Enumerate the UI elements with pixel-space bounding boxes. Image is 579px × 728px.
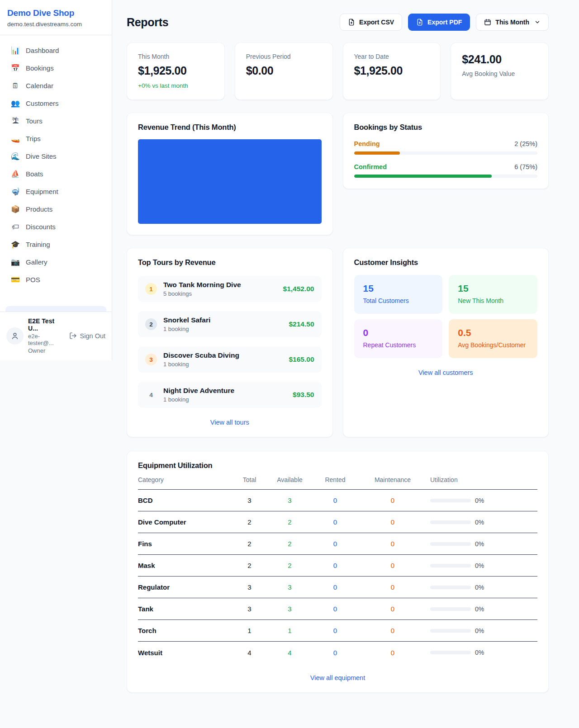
equipment-utilization-cell: 0% bbox=[426, 490, 537, 511]
equipment-available: 2 bbox=[269, 511, 311, 533]
stat-label: Avg Booking Value bbox=[462, 70, 537, 77]
customer-insights-card: Customer Insights 15 Total Customers 15 … bbox=[343, 248, 549, 437]
customers-icon: 👥 bbox=[11, 100, 20, 107]
tours-icon: 🏝 bbox=[11, 118, 20, 125]
utilization-percent: 0% bbox=[475, 540, 484, 548]
equipment-rented: 0 bbox=[311, 511, 360, 533]
sidebar-item-customers[interactable]: 👥 Customers bbox=[5, 95, 106, 112]
rank-badge: 4 bbox=[145, 389, 157, 401]
equipment-total: 2 bbox=[230, 555, 269, 577]
tour-revenue: $214.50 bbox=[289, 320, 314, 328]
tile-total-customers: 15 Total Customers bbox=[354, 275, 443, 314]
sidebar-item-discounts[interactable]: 🏷 Discounts bbox=[5, 218, 106, 236]
export-csv-button[interactable]: Export CSV bbox=[340, 14, 402, 31]
tile-value: 15 bbox=[458, 283, 528, 294]
equipment-utilization-cell: 0% bbox=[426, 555, 537, 577]
period-label: This Month bbox=[495, 19, 529, 26]
utilization-percent: 0% bbox=[475, 605, 484, 613]
sidebar-item-label: Calendar bbox=[26, 82, 53, 90]
gallery-icon: 📷 bbox=[11, 259, 20, 266]
top-tours-card: Top Tours by Revenue 1 Two Tank Morning … bbox=[127, 248, 333, 437]
revenue-trend-chart bbox=[138, 139, 322, 224]
equipment-maintenance: 0 bbox=[360, 577, 426, 598]
equipment-rented: 0 bbox=[311, 577, 360, 598]
sidebar-item-label: Customers bbox=[26, 99, 59, 107]
equipment-category: Wetsuit bbox=[138, 642, 230, 663]
sidebar-header: Demo Dive Shop demo.test.divestreams.com bbox=[0, 0, 112, 35]
tile-value: 0 bbox=[363, 327, 434, 338]
tour-bookings: 1 booking bbox=[163, 361, 282, 368]
equipment-available: 3 bbox=[269, 598, 311, 620]
equipment-category: Mask bbox=[138, 555, 230, 577]
equipment-utilization-cell: 0% bbox=[426, 620, 537, 642]
tour-bookings: 1 booking bbox=[163, 326, 282, 332]
sidebar-item-boats[interactable]: ⛵ Boats bbox=[5, 165, 106, 183]
insight-tiles: 15 Total Customers 15 New This Month 0 R… bbox=[354, 275, 538, 358]
equipment-total: 2 bbox=[230, 511, 269, 533]
calendar-icon bbox=[484, 19, 491, 26]
view-all-tours-link[interactable]: View all tours bbox=[138, 419, 322, 426]
tile-new-this-month: 15 New This Month bbox=[449, 275, 537, 314]
stat-value: $1,925.00 bbox=[138, 64, 214, 77]
stat-card-this-month: This Month $1,925.00 +0% vs last month bbox=[127, 43, 225, 100]
sidebar-item-training[interactable]: 🎓 Training bbox=[5, 236, 106, 253]
chevron-down-icon bbox=[534, 19, 541, 25]
sidebar-item-bookings[interactable]: 📅 Bookings bbox=[5, 59, 106, 77]
sidebar-item-tours[interactable]: 🏝 Tours bbox=[5, 112, 106, 130]
utilization-percent: 0% bbox=[475, 627, 484, 634]
tile-repeat-customers: 0 Repeat Customers bbox=[354, 319, 443, 358]
utilization-bar bbox=[430, 607, 471, 611]
sidebar-item-label: Training bbox=[26, 241, 50, 248]
sign-out-button[interactable]: Sign Out bbox=[69, 332, 105, 340]
status-row-confirmed: Confirmed 6 (75%) bbox=[354, 163, 538, 178]
sidebar-item-calendar[interactable]: 🗓 Calendar bbox=[5, 77, 106, 95]
charts-row: Revenue Trend (This Month) Bookings by S… bbox=[127, 113, 549, 235]
sidebar-item-label: POS bbox=[26, 276, 40, 284]
sidebar-item-dashboard[interactable]: 📊 Dashboard bbox=[5, 42, 106, 59]
rank-badge: 2 bbox=[145, 318, 157, 330]
period-dropdown[interactable]: This Month bbox=[476, 14, 549, 31]
view-all-equipment-link[interactable]: View all equipment bbox=[138, 674, 537, 681]
equipment-total: 3 bbox=[230, 577, 269, 598]
discounts-icon: 🏷 bbox=[11, 223, 20, 231]
tour-row[interactable]: 3 Discover Scuba Diving 1 booking $165.0… bbox=[138, 346, 322, 373]
stat-value: $0.00 bbox=[246, 64, 322, 77]
active-nav-item-partial[interactable] bbox=[5, 306, 106, 312]
tour-row[interactable]: 4 Night Dive Adventure 1 booking $93.50 bbox=[138, 382, 322, 408]
utilization-bar bbox=[430, 499, 471, 502]
sidebar-item-pos[interactable]: 💳 POS bbox=[5, 271, 106, 288]
stat-label: Year to Date bbox=[354, 53, 430, 60]
header-actions: Export CSV Export PDF This Month bbox=[340, 14, 549, 31]
equipment-available: 3 bbox=[269, 577, 311, 598]
column-header-total: Total bbox=[230, 470, 269, 490]
export-pdf-button[interactable]: Export PDF bbox=[408, 14, 470, 31]
sidebar-item-trips[interactable]: 🚤 Trips bbox=[5, 130, 106, 147]
sidebar-item-label: Gallery bbox=[26, 258, 47, 266]
status-row-pending: Pending 2 (25%) bbox=[354, 140, 538, 155]
sidebar-item-label: Equipment bbox=[26, 188, 58, 195]
sign-out-label: Sign Out bbox=[80, 332, 105, 340]
progress-fill bbox=[354, 175, 492, 178]
equipment-category: Torch bbox=[138, 620, 230, 642]
user-email: e2e-tester@... bbox=[28, 333, 65, 346]
equipment-available: 2 bbox=[269, 555, 311, 577]
sidebar-item-dive-sites[interactable]: 🌊 Dive Sites bbox=[5, 147, 106, 165]
export-csv-label: Export CSV bbox=[359, 19, 394, 26]
tour-row[interactable]: 2 Snorkel Safari 1 booking $214.50 bbox=[138, 311, 322, 337]
tour-row[interactable]: 1 Two Tank Morning Dive 5 bookings $1,45… bbox=[138, 276, 322, 302]
tile-avg-bookings-customer: 0.5 Avg Bookings/Customer bbox=[449, 319, 537, 358]
sidebar-item-products[interactable]: 📦 Products bbox=[5, 200, 106, 218]
stat-label: Previous Period bbox=[246, 53, 322, 60]
products-icon: 📦 bbox=[11, 206, 20, 213]
equipment-category: Regulator bbox=[138, 577, 230, 598]
utilization-bar bbox=[430, 586, 471, 589]
sidebar-item-equipment[interactable]: 🤿 Equipment bbox=[5, 183, 106, 200]
sidebar-nav: 📊 Dashboard 📅 Bookings 🗓 Calendar 👥 Cust… bbox=[0, 35, 112, 312]
equipment-maintenance: 0 bbox=[360, 555, 426, 577]
sidebar-item-gallery[interactable]: 📷 Gallery bbox=[5, 253, 106, 271]
stat-delta: +0% vs last month bbox=[138, 82, 214, 89]
equipment-utilization-cell: 0% bbox=[426, 533, 537, 555]
status-value: 2 (25%) bbox=[514, 140, 537, 147]
tour-name: Discover Scuba Diving bbox=[163, 351, 282, 359]
view-all-customers-link[interactable]: View all customers bbox=[354, 369, 538, 376]
